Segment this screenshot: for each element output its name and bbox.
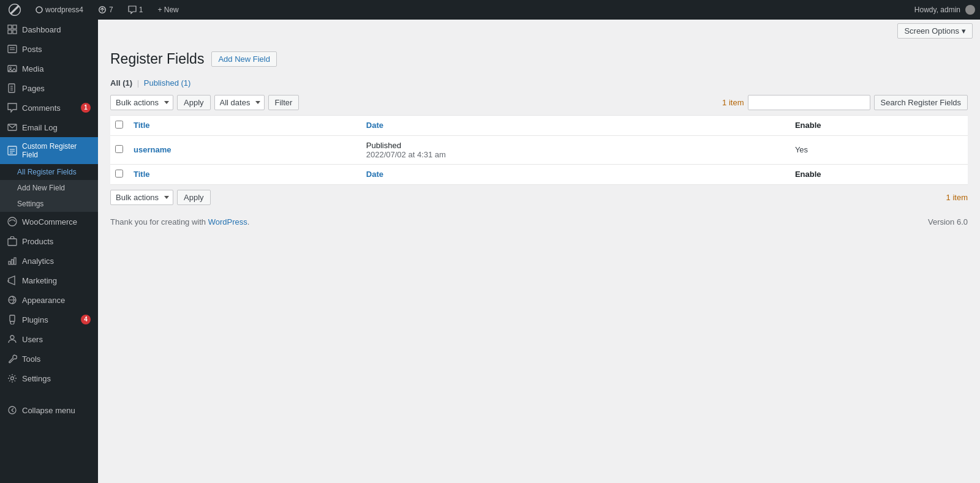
bottom-toolbar: Bulk actions Apply 1 item	[110, 190, 968, 205]
footer-title-sort[interactable]: Title	[134, 170, 354, 179]
main-content: Screen Options ▾ Register Fields Add New…	[98, 20, 980, 483]
sidebar-label-woocommerce: WooCommerce	[22, 217, 91, 227]
sidebar-item-users[interactable]: Users	[0, 329, 98, 349]
row-enable-cell: Yes	[789, 135, 968, 164]
sidebar-item-custom-register-field[interactable]: Custom Register Field	[0, 137, 98, 164]
sidebar-subitem-all-register-fields[interactable]: All Register Fields	[0, 164, 98, 180]
sidebar-subitem-settings[interactable]: Settings	[0, 196, 98, 212]
sidebar-item-appearance[interactable]: Appearance	[0, 290, 98, 310]
howdy-text: Howdy, admin	[914, 6, 960, 14]
admin-bar: wordpress4 7 1 + New Howdy, admin	[0, 0, 980, 20]
comments-item[interactable]: 1	[124, 0, 147, 20]
site-name-item[interactable]: wordpress4	[32, 0, 87, 20]
filter-separator: |	[137, 78, 139, 88]
svg-rect-22	[12, 260, 13, 264]
analytics-icon	[7, 256, 17, 266]
sidebar-item-comments[interactable]: Comments 1	[0, 98, 98, 118]
search-register-fields-button[interactable]: Search Register Fields	[874, 95, 968, 110]
bulk-actions-select-top[interactable]: Bulk actions	[110, 95, 173, 110]
sidebar-item-media[interactable]: Media	[0, 59, 98, 78]
filter-tab-all[interactable]: All (1)	[110, 78, 132, 88]
page-header: Register Fields Add New Field	[110, 50, 968, 69]
svg-point-28	[11, 377, 14, 380]
svg-rect-15	[8, 146, 17, 155]
footer-date-sort[interactable]: Date	[366, 170, 783, 179]
svg-rect-4	[13, 30, 17, 34]
woo-icon	[7, 217, 17, 227]
filter-button[interactable]: Filter	[268, 95, 300, 110]
sidebar-label-dashboard: Dashboard	[22, 25, 91, 34]
row-enable-value: Yes	[795, 145, 808, 154]
screen-options-bar: Screen Options ▾	[98, 20, 980, 42]
comments-count: 1	[139, 6, 143, 14]
svg-rect-20	[8, 239, 17, 245]
version-text: Version 6.0	[928, 217, 968, 227]
footer-left: Thank you for creating with WordPress.	[110, 217, 249, 227]
sidebar-label-media: Media	[22, 64, 91, 73]
footer-date-label: Date	[366, 170, 383, 179]
sidebar-item-collapse[interactable]: Collapse menu	[0, 400, 98, 420]
top-item-count: 1 item	[722, 98, 744, 107]
header-date-label: Date	[366, 121, 383, 130]
row-date-value: 2022/07/02 at 4:31 am	[366, 150, 446, 159]
row-title-link[interactable]: username	[134, 145, 171, 154]
top-toolbar: Bulk actions Apply All dates Filter 1 it…	[110, 95, 968, 110]
screen-options-button[interactable]: Screen Options ▾	[897, 23, 973, 39]
sidebar-item-email-log[interactable]: Email Log	[0, 118, 98, 137]
comments-badge: 1	[81, 103, 91, 113]
sidebar-subitem-add-new-field[interactable]: Add New Field	[0, 180, 98, 196]
sidebar-label-appearance: Appearance	[22, 296, 91, 305]
header-enable-cell: Enable	[789, 115, 968, 135]
submenu-label-settings: Settings	[17, 200, 91, 208]
table-foot: Title Date Enable	[110, 164, 968, 184]
sidebar-label-pages: Pages	[22, 84, 91, 93]
sidebar-label-posts: Posts	[22, 45, 91, 54]
wordpress-link[interactable]: WordPress	[208, 217, 247, 227]
svg-point-27	[10, 335, 14, 339]
sidebar-item-plugins[interactable]: Plugins 4	[0, 310, 98, 329]
sidebar-item-products[interactable]: Products	[0, 231, 98, 251]
table-head: Title Date Enable	[110, 115, 968, 135]
apply-button-bottom[interactable]: Apply	[177, 190, 211, 205]
svg-point-0	[36, 7, 42, 13]
sidebar-item-marketing[interactable]: Marketing	[0, 271, 98, 290]
sidebar-item-tools[interactable]: Tools	[0, 349, 98, 369]
svg-rect-21	[9, 261, 10, 264]
header-date-sort[interactable]: Date	[366, 121, 783, 130]
sidebar-item-settings[interactable]: Settings	[0, 369, 98, 388]
table-body: username Published 2022/07/02 at 4:31 am…	[110, 135, 968, 164]
filter-tab-published[interactable]: Published (1)	[144, 78, 191, 88]
register-icon	[7, 146, 17, 155]
wp-logo-item[interactable]	[5, 0, 24, 20]
table-footer-row: Title Date Enable	[110, 164, 968, 184]
header-title-sort[interactable]: Title	[134, 121, 354, 130]
sidebar-item-analytics[interactable]: Analytics	[0, 251, 98, 271]
row-date-status: Published	[366, 141, 401, 150]
sidebar-item-pages[interactable]: Pages	[0, 78, 98, 98]
page-content: Register Fields Add New Field All (1) | …	[110, 50, 968, 227]
avatar	[965, 5, 975, 15]
marketing-icon	[7, 275, 17, 285]
bulk-actions-select-bottom[interactable]: Bulk actions	[110, 190, 173, 205]
sidebar-item-woocommerce[interactable]: WooCommerce	[0, 212, 98, 231]
header-enable-label: Enable	[795, 121, 821, 130]
sidebar-item-posts[interactable]: Posts	[0, 39, 98, 59]
row-checkbox[interactable]	[115, 145, 123, 153]
footer-suffix: .	[247, 217, 250, 227]
add-new-field-button[interactable]: Add New Field	[211, 51, 277, 67]
select-all-footer-checkbox[interactable]	[115, 170, 123, 178]
sidebar-label-plugins: Plugins	[22, 315, 76, 324]
footer-checkbox-cell	[110, 164, 127, 184]
apply-button-top[interactable]: Apply	[177, 95, 211, 110]
sidebar-item-dashboard[interactable]: Dashboard	[0, 20, 98, 39]
products-icon	[7, 236, 17, 246]
screen-options-chevron-icon: ▾	[962, 26, 966, 36]
updates-item[interactable]: 7	[94, 0, 117, 20]
all-dates-select[interactable]: All dates	[214, 95, 265, 110]
updates-icon	[98, 6, 107, 14]
new-item[interactable]: + New	[154, 0, 182, 20]
search-input[interactable]	[748, 95, 870, 110]
select-all-checkbox[interactable]	[115, 121, 123, 129]
sidebar-label-comments: Comments	[22, 103, 76, 113]
sidebar-label-custom-register-field: Custom Register Field	[22, 142, 91, 159]
